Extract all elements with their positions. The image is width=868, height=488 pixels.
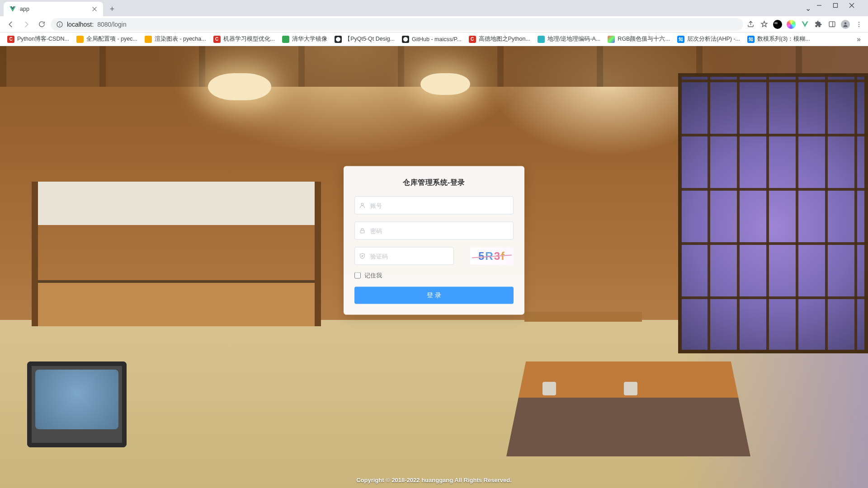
extension-vue-icon[interactable] xyxy=(800,20,809,29)
svg-point-10 xyxy=(361,203,363,206)
username-input[interactable] xyxy=(354,197,514,215)
bookmark-label: 机器学习模型优化... xyxy=(223,35,275,43)
login-title: 仓库管理系统-登录 xyxy=(354,178,514,188)
side-panel-icon[interactable] xyxy=(827,20,836,29)
remember-me-label: 记住我 xyxy=(364,272,382,280)
svg-point-7 xyxy=(859,26,859,27)
close-window-icon[interactable] xyxy=(849,3,864,14)
bg-kitchen xyxy=(32,182,321,326)
shield-icon xyxy=(359,253,366,259)
bookmark-favicon-icon: 知 xyxy=(747,36,755,43)
svg-point-6 xyxy=(859,23,859,24)
browser-titlebar: app + ⌄ xyxy=(0,0,868,16)
bookmark-overflow-icon[interactable]: » xyxy=(854,35,863,43)
captcha-row: 5R3f xyxy=(354,247,514,265)
back-button[interactable] xyxy=(5,18,17,31)
bookmark-label: 层次分析法(AHP) -... xyxy=(687,35,740,43)
password-input[interactable] xyxy=(354,222,514,240)
bookmark-item[interactable]: RGB颜色值与十六... xyxy=(605,33,673,45)
bookmark-favicon-icon: C xyxy=(213,36,221,43)
svg-point-2 xyxy=(59,23,60,23)
bookmark-favicon-icon: C xyxy=(469,36,476,43)
user-icon xyxy=(359,202,366,209)
url-path: 8080/login xyxy=(97,21,127,28)
browser-toolbar: localhost:8080/login xyxy=(0,16,868,33)
forward-button[interactable] xyxy=(20,18,33,31)
bookmark-bar: CPython博客-CSDN...全局配置项 - pyec...渲染图表 - p… xyxy=(0,33,868,46)
footer-copyright: Copyright © 2018-2022 huanggang All Righ… xyxy=(0,477,868,483)
bookmark-favicon-icon xyxy=(76,36,84,43)
captcha-field-wrap xyxy=(354,247,464,265)
bookmark-item[interactable]: 知数模系列(3)：模糊... xyxy=(745,33,813,45)
lock-icon xyxy=(359,227,366,234)
bg-lamp xyxy=(420,73,470,95)
svg-rect-11 xyxy=(360,230,364,233)
bg-window xyxy=(678,73,868,353)
minimize-icon[interactable] xyxy=(816,3,832,14)
remember-me-wrap[interactable]: 记住我 xyxy=(354,272,514,280)
remember-me-checkbox[interactable] xyxy=(354,272,361,279)
bookmark-favicon-icon xyxy=(608,36,615,43)
bookmark-label: 渲染图表 - pyecha... xyxy=(155,35,206,43)
login-button[interactable]: 登 录 xyxy=(354,287,514,304)
bookmark-item[interactable]: 【PyQt5-Qt Desig... xyxy=(332,33,397,45)
bookmark-item[interactable]: 地理/逆地理编码-A... xyxy=(535,33,603,45)
captcha-image[interactable]: 5R3f xyxy=(470,248,514,265)
toolbar-actions xyxy=(746,20,863,29)
bookmark-item[interactable]: 清华大学镜像 xyxy=(279,33,330,45)
bg-tv xyxy=(27,361,127,447)
bookmark-favicon-icon xyxy=(282,36,289,43)
bookmark-star-icon[interactable] xyxy=(760,20,769,29)
svg-point-5 xyxy=(859,22,859,23)
close-tab-icon[interactable] xyxy=(91,6,98,12)
extension-rainbow-icon[interactable] xyxy=(787,20,796,29)
url-host: localhost: xyxy=(67,21,94,28)
svg-point-8 xyxy=(336,37,340,42)
password-field-wrap xyxy=(354,222,514,240)
bookmark-item[interactable]: C机器学习模型优化... xyxy=(211,33,278,45)
bg-cups xyxy=(538,368,656,395)
svg-rect-3 xyxy=(829,22,835,27)
bookmark-item[interactable]: 全局配置项 - pyec... xyxy=(74,33,140,45)
svg-rect-0 xyxy=(834,4,838,8)
captcha-input[interactable] xyxy=(354,247,454,265)
browser-tab[interactable]: app xyxy=(4,2,103,16)
bookmark-item[interactable]: GitHub - maicss/P... xyxy=(399,34,464,45)
bookmark-favicon-icon xyxy=(538,36,545,43)
new-tab-button[interactable]: + xyxy=(106,3,118,15)
bookmark-label: 地理/逆地理编码-A... xyxy=(547,35,600,43)
bookmark-label: 高德地图之Python... xyxy=(479,35,530,43)
page-content: 仓库管理系统-登录 5R3f xyxy=(0,46,868,488)
bookmark-label: 清华大学镜像 xyxy=(292,35,327,43)
site-info-icon[interactable] xyxy=(56,21,63,28)
address-bar[interactable]: localhost:8080/login xyxy=(51,18,743,31)
bookmark-item[interactable]: 渲染图表 - pyecha... xyxy=(142,33,209,45)
bookmark-item[interactable]: 知层次分析法(AHP) -... xyxy=(675,33,743,45)
maximize-icon[interactable] xyxy=(833,3,848,14)
extensions-icon[interactable] xyxy=(814,20,823,29)
bookmark-label: GitHub - maicss/P... xyxy=(412,36,462,42)
share-icon[interactable] xyxy=(746,20,755,29)
extension-arduino-icon[interactable] xyxy=(773,20,782,29)
bookmark-item[interactable]: CPython博客-CSDN... xyxy=(5,33,72,45)
bg-lamp xyxy=(208,73,271,100)
bookmark-favicon-icon xyxy=(402,36,409,43)
bookmark-favicon-icon: C xyxy=(7,36,14,43)
svg-point-4 xyxy=(844,22,847,24)
bookmark-favicon-icon xyxy=(335,36,342,43)
vue-favicon-icon xyxy=(9,5,16,13)
login-card: 仓库管理系统-登录 5R3f xyxy=(344,166,524,315)
bookmark-favicon-icon xyxy=(145,36,152,43)
tab-search-icon[interactable]: ⌄ xyxy=(800,3,816,14)
bookmark-label: 【PyQt5-Qt Desig... xyxy=(344,35,395,43)
bookmark-label: RGB颜色值与十六... xyxy=(618,35,670,43)
profile-avatar-icon[interactable] xyxy=(841,20,850,29)
kebab-menu-icon[interactable] xyxy=(854,20,863,29)
bookmark-label: 数模系列(3)：模糊... xyxy=(757,35,810,43)
bookmark-label: 全局配置项 - pyec... xyxy=(86,35,137,43)
username-field-wrap xyxy=(354,197,514,215)
tab-title: app xyxy=(20,6,29,12)
bookmark-item[interactable]: C高德地图之Python... xyxy=(466,33,533,45)
svg-point-9 xyxy=(403,37,408,42)
reload-button[interactable] xyxy=(35,18,48,31)
